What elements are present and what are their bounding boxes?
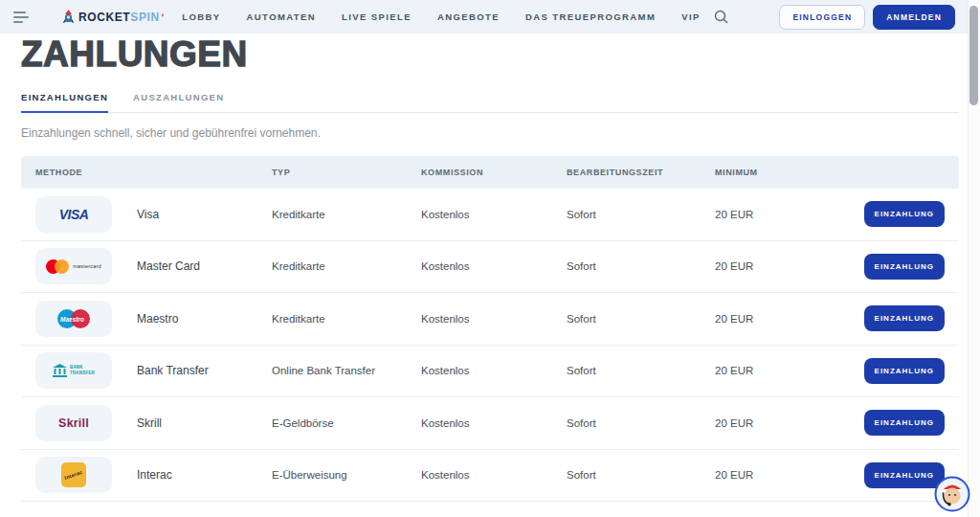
method-name: Skrill [137, 416, 162, 430]
method-logo: BANKTRANSFER [35, 352, 112, 389]
deposit-button[interactable]: EINZAHLUNG [864, 462, 945, 488]
support-agent-icon [934, 476, 970, 512]
scrollbar-thumb[interactable] [969, 6, 978, 105]
method-cell: BANKTRANSFER Bank Transfer [35, 352, 272, 389]
payment-row-banktransfer: BANKTRANSFER Bank Transfer Online Bank T… [21, 346, 959, 398]
method-type: Online Bank Transfer [272, 365, 421, 376]
brand-text-secondary: SPIN [130, 11, 159, 24]
method-type: E-Überweisung [272, 469, 421, 481]
method-cell: VISA Visa [35, 196, 272, 233]
banktransfer-logo: BANKTRANSFER [53, 364, 95, 377]
method-name: Master Card [137, 259, 200, 273]
mastercard-logo: mastercard [46, 259, 101, 274]
live-chat-widget[interactable] [934, 476, 970, 512]
method-minimum: 20 EUR [715, 469, 858, 481]
method-minimum: 20 EUR [715, 209, 858, 220]
method-processing-time: Sofort [567, 469, 715, 481]
method-processing-time: Sofort [567, 313, 715, 325]
header-methode: METHODE [35, 168, 272, 177]
interac-logo: Interac [61, 462, 86, 487]
method-minimum: 20 EUR [715, 313, 858, 325]
method-processing-time: Sofort [567, 260, 715, 272]
method-processing-time: Sofort [567, 365, 715, 376]
payment-row-skrill: Skrill Skrill E-Geldbörse Kostenlos Sofo… [21, 397, 959, 450]
method-name: Interac [137, 468, 172, 482]
deposit-button[interactable]: EINZAHLUNG [864, 305, 945, 331]
method-cell: Skrill Skrill [35, 405, 272, 441]
page-subtitle: Einzahlungen schnell, sicher und gebühre… [21, 126, 959, 140]
method-logo: Maestro [35, 301, 112, 337]
method-logo: mastercard [35, 248, 112, 284]
brand-logo[interactable]: ROCKETSPINʹ [61, 10, 163, 25]
method-commission: Kostenlos [421, 313, 567, 325]
bank-icon [53, 364, 67, 377]
deposit-button[interactable]: EINZAHLUNG [864, 358, 945, 384]
method-name: Maestro [137, 312, 178, 326]
method-minimum: 20 EUR [715, 365, 858, 376]
nav-item-vip[interactable]: VIP [681, 11, 701, 22]
brand-text-primary: ROCKET [78, 11, 130, 24]
login-button[interactable]: EINLOGGEN [779, 5, 865, 30]
method-minimum: 20 EUR [715, 417, 858, 429]
method-type: Kreditkarte [272, 313, 421, 325]
payments-tabs: EINZAHLUNGEN AUSZAHLUNGEN [21, 92, 959, 113]
maestro-logo: Maestro [57, 309, 90, 328]
deposit-button[interactable]: EINZAHLUNG [864, 410, 945, 436]
payment-row-interac: Interac Interac E-Überweisung Kostenlos … [21, 450, 959, 503]
payments-page: ZAHLUNGEN EINZAHLUNGEN AUSZAHLUNGEN Einz… [0, 36, 980, 502]
tab-einzahlungen[interactable]: EINZAHLUNGEN [21, 92, 108, 113]
method-type: Kreditkarte [272, 209, 421, 220]
method-type: E-Geldbörse [272, 417, 421, 429]
payments-table: METHODE TYP KOMMISSION BEARBEITUNGSZEIT … [21, 156, 959, 502]
payment-row-maestro: Maestro Maestro Kreditkarte Kostenlos So… [21, 293, 959, 346]
deposit-button[interactable]: EINZAHLUNG [864, 201, 945, 227]
header-kommission: KOMMISSION [421, 168, 567, 177]
method-cell: Interac Interac [35, 457, 272, 493]
method-name: Visa [137, 208, 159, 221]
method-commission: Kostenlos [421, 209, 567, 220]
tab-auszahlungen[interactable]: AUSZAHLUNGEN [133, 92, 224, 113]
method-processing-time: Sofort [567, 417, 715, 429]
scrollbar-track[interactable] [968, 0, 980, 517]
method-logo: Skrill [35, 405, 112, 441]
payment-row-mastercard: mastercard Master Card Kreditkarte Koste… [21, 241, 959, 294]
header-bearbeitungszeit: BEARBEITUNGSZEIT [567, 168, 715, 177]
deposit-button[interactable]: EINZAHLUNG [864, 254, 945, 280]
search-icon[interactable] [714, 10, 728, 24]
auth-buttons: EINLOGGEN ANMELDEN [779, 5, 955, 30]
nav-item-angebote[interactable]: ANGEBOTE [437, 11, 500, 22]
header-minimum: MINIMUM [715, 168, 858, 177]
method-name: Bank Transfer [137, 364, 209, 377]
main-navigation: LOBBY AUTOMATEN LIVE SPIELE ANGEBOTE DAS… [182, 11, 700, 22]
skrill-logo: Skrill [58, 416, 89, 430]
table-header-row: METHODE TYP KOMMISSION BEARBEITUNGSZEIT … [21, 156, 959, 189]
method-logo: VISA [35, 196, 112, 233]
nav-item-live-spiele[interactable]: LIVE SPIELE [342, 11, 412, 22]
method-type: Kreditkarte [272, 260, 421, 272]
register-button[interactable]: ANMELDEN [873, 5, 955, 30]
header-typ: TYP [272, 168, 421, 177]
payment-row-visa: VISA Visa Kreditkarte Kostenlos Sofort 2… [21, 189, 959, 241]
visa-logo: VISA [59, 207, 89, 222]
nav-item-automaten[interactable]: AUTOMATEN [247, 11, 316, 22]
method-commission: Kostenlos [421, 417, 567, 429]
menu-icon[interactable] [13, 11, 31, 23]
payments-table-body: VISA Visa Kreditkarte Kostenlos Sofort 2… [21, 189, 959, 502]
brand-spark-icon: ʹ [159, 11, 164, 23]
method-commission: Kostenlos [421, 469, 567, 481]
rocket-icon [61, 10, 76, 25]
method-logo: Interac [35, 457, 112, 493]
method-minimum: 20 EUR [715, 260, 858, 272]
method-processing-time: Sofort [567, 209, 715, 220]
top-navbar: ROCKETSPINʹ LOBBY AUTOMATEN LIVE SPIELE … [0, 0, 980, 34]
method-cell: mastercard Master Card [35, 248, 272, 284]
method-cell: Maestro Maestro [35, 301, 272, 337]
nav-item-treueprogramm[interactable]: DAS TREUEPROGRAMM [525, 11, 656, 22]
nav-item-lobby[interactable]: LOBBY [182, 11, 220, 22]
method-commission: Kostenlos [421, 260, 567, 272]
page-title: ZAHLUNGEN [21, 36, 959, 72]
method-commission: Kostenlos [421, 365, 567, 376]
